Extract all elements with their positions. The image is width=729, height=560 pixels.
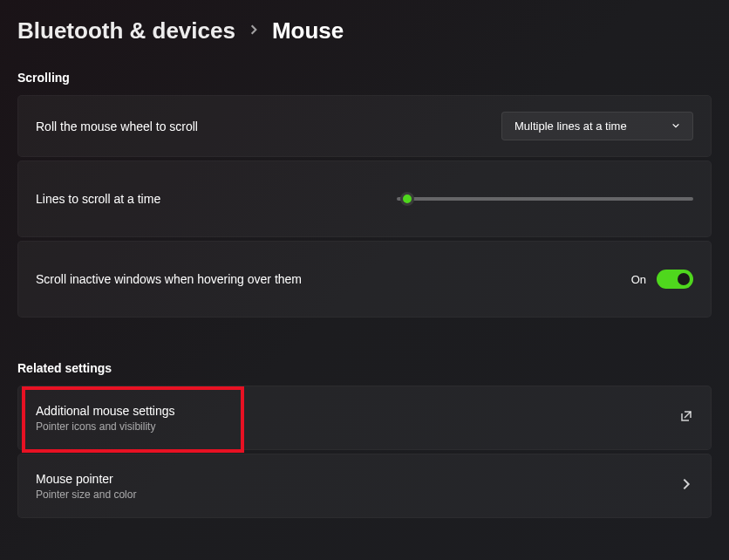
chevron-right-icon [679, 477, 693, 495]
chevron-down-icon [671, 120, 680, 133]
additional-mouse-subtitle: Pointer icons and visibility [36, 420, 175, 433]
dropdown-value: Multiple lines at a time [514, 120, 627, 133]
lines-to-scroll-setting: Lines to scroll at a time [17, 160, 712, 237]
chevron-right-icon [248, 22, 260, 40]
related-section-header: Related settings [17, 361, 712, 375]
external-link-icon [679, 409, 693, 427]
roll-wheel-label: Roll the mouse wheel to scroll [36, 120, 198, 133]
breadcrumb-parent[interactable]: Bluetooth & devices [17, 17, 235, 44]
breadcrumb-current: Mouse [272, 17, 344, 44]
inactive-windows-label: Scroll inactive windows when hovering ov… [36, 272, 302, 286]
breadcrumb: Bluetooth & devices Mouse [17, 17, 712, 44]
inactive-windows-setting: Scroll inactive windows when hovering ov… [17, 241, 712, 318]
additional-mouse-title: Additional mouse settings [36, 404, 175, 418]
roll-wheel-dropdown[interactable]: Multiple lines at a time [501, 112, 693, 140]
additional-mouse-settings-link[interactable]: Additional mouse settings Pointer icons … [17, 386, 712, 450]
lines-slider[interactable] [397, 197, 693, 201]
mouse-pointer-subtitle: Pointer size and color [36, 488, 136, 501]
lines-to-scroll-label: Lines to scroll at a time [36, 192, 160, 206]
toggle-state-label: On [631, 273, 646, 286]
slider-thumb[interactable] [400, 192, 414, 206]
mouse-pointer-title: Mouse pointer [36, 472, 136, 486]
roll-wheel-setting: Roll the mouse wheel to scroll Multiple … [17, 95, 712, 157]
mouse-pointer-link[interactable]: Mouse pointer Pointer size and color [17, 454, 712, 518]
toggle-container: On [631, 270, 693, 289]
inactive-windows-toggle[interactable] [657, 270, 693, 289]
scrolling-section-header: Scrolling [17, 71, 712, 85]
